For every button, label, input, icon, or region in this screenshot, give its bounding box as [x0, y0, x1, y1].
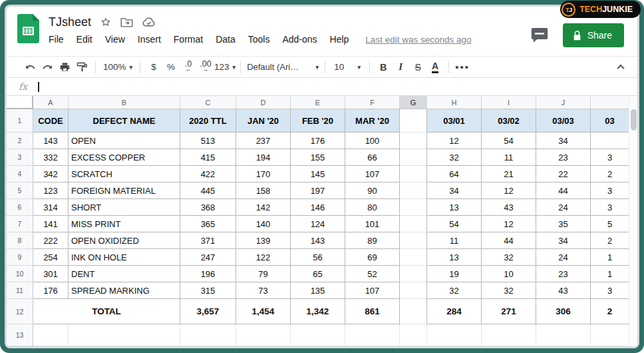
cell-E3[interactable]: 155: [291, 149, 345, 166]
cell-I13[interactable]: [482, 324, 536, 346]
cell-C1[interactable]: 2020 TTL: [180, 109, 236, 133]
currency-format-button[interactable]: $: [145, 59, 162, 76]
cell-G3[interactable]: [400, 149, 427, 166]
cell-A3[interactable]: 332: [33, 149, 69, 166]
cell-C6[interactable]: 368: [180, 199, 236, 216]
cell-B10[interactable]: DENT: [69, 266, 180, 282]
cell-B5[interactable]: FOREIGN MATERIAL: [69, 182, 180, 199]
cell-D5[interactable]: 158: [236, 182, 291, 199]
cell-A7[interactable]: 141: [33, 216, 69, 232]
cell-F2[interactable]: 100: [345, 133, 400, 149]
italic-button[interactable]: I: [392, 59, 409, 76]
row-header-10[interactable]: 10: [7, 266, 33, 282]
menu-view[interactable]: View: [105, 34, 125, 45]
cell-F3[interactable]: 66: [345, 149, 400, 166]
cell-F9[interactable]: 69: [345, 249, 400, 266]
cell-H12[interactable]: 284: [427, 299, 482, 324]
row-header-9[interactable]: 9: [7, 249, 33, 266]
row-header-11[interactable]: 11: [7, 282, 33, 299]
cell-E13[interactable]: [291, 324, 345, 346]
cell-D11[interactable]: 73: [236, 282, 291, 299]
cell-E12[interactable]: 1,342: [291, 299, 345, 324]
cell-D3[interactable]: 194: [236, 149, 291, 166]
cell-K11[interactable]: 3: [591, 282, 629, 299]
cell-J11[interactable]: 43: [536, 282, 591, 299]
cell-D6[interactable]: 142: [236, 199, 291, 216]
cell-I2[interactable]: 54: [482, 133, 536, 149]
menu-help[interactable]: Help: [330, 34, 349, 45]
paint-format-button[interactable]: [73, 59, 90, 76]
star-icon[interactable]: [100, 17, 111, 27]
cell-J1[interactable]: 03/03: [536, 109, 591, 133]
menu-data[interactable]: Data: [216, 34, 236, 45]
cell-E11[interactable]: 135: [291, 282, 345, 299]
cell-I3[interactable]: 11: [482, 149, 536, 166]
collapse-toolbar-button[interactable]: [613, 60, 628, 75]
cell-D12[interactable]: 1,454: [236, 299, 291, 324]
cell-G12[interactable]: [400, 299, 427, 324]
column-header-C[interactable]: C: [180, 96, 236, 109]
more-options-button[interactable]: •••: [454, 59, 471, 76]
row-header-12[interactable]: 12: [7, 299, 33, 324]
column-header-H[interactable]: H: [427, 96, 482, 109]
menu-edit[interactable]: Edit: [77, 34, 92, 45]
cell-C12[interactable]: 3,657: [180, 299, 236, 324]
cell-A4[interactable]: 342: [33, 166, 69, 182]
cell-G13[interactable]: [400, 324, 427, 346]
cell-J7[interactable]: 35: [536, 216, 591, 232]
cell-D13[interactable]: [236, 324, 291, 346]
share-button[interactable]: Share: [563, 23, 624, 47]
row-header-4[interactable]: 4: [7, 166, 33, 182]
cell-F11[interactable]: 107: [345, 282, 400, 299]
font-size-dropdown[interactable]: 10▾: [330, 59, 365, 76]
cell-H1[interactable]: 03/01: [427, 109, 482, 133]
cell-F7[interactable]: 101: [345, 216, 400, 232]
cell-C8[interactable]: 371: [180, 232, 236, 249]
row-header-13[interactable]: 13: [7, 324, 33, 346]
cell-F8[interactable]: 89: [345, 232, 400, 249]
cell-B9[interactable]: INK ON HOLE: [69, 249, 180, 266]
cell-J6[interactable]: 24: [536, 199, 591, 216]
cloud-saved-icon[interactable]: [142, 17, 156, 27]
cell-C13[interactable]: [180, 324, 236, 346]
cell-E4[interactable]: 145: [291, 166, 345, 182]
cell-C7[interactable]: 365: [180, 216, 236, 232]
cell-F1[interactable]: MAR '20: [345, 109, 400, 133]
column-header-J[interactable]: J: [536, 96, 591, 109]
decrease-decimal-button[interactable]: .0←: [180, 59, 197, 76]
cell-K2[interactable]: [591, 133, 629, 149]
cell-D2[interactable]: 237: [236, 133, 291, 149]
cell-A9[interactable]: 254: [33, 249, 69, 266]
cell-J2[interactable]: 34: [536, 133, 591, 149]
cell-E1[interactable]: FEB '20: [291, 109, 345, 133]
strikethrough-button[interactable]: S: [409, 59, 426, 76]
cell-I11[interactable]: 32: [482, 282, 536, 299]
cell-G11[interactable]: [400, 282, 427, 299]
cell-K4[interactable]: 2: [591, 166, 629, 182]
cell-H13[interactable]: [427, 324, 482, 346]
cell-H7[interactable]: 54: [427, 216, 482, 232]
text-color-button[interactable]: A: [432, 61, 438, 73]
row-header-1[interactable]: 1: [7, 109, 33, 133]
cell-H5[interactable]: 34: [427, 182, 482, 199]
cell-D1[interactable]: JAN '20: [236, 109, 291, 133]
cell-K9[interactable]: 1: [591, 249, 629, 266]
cell-E2[interactable]: 176: [291, 133, 345, 149]
cell-F10[interactable]: 52: [345, 266, 400, 282]
cell-A2[interactable]: 143: [33, 133, 69, 149]
menu-addons[interactable]: Add-ons: [282, 34, 317, 45]
cell-G9[interactable]: [400, 249, 427, 266]
cell-J13[interactable]: [536, 324, 591, 346]
row-header-3[interactable]: 3: [7, 149, 33, 166]
cell-G8[interactable]: [400, 232, 427, 249]
cell-C9[interactable]: 247: [180, 249, 236, 266]
cell-A12-merged[interactable]: TOTAL: [33, 299, 180, 324]
cell-I12[interactable]: 271: [482, 299, 536, 324]
cell-F12[interactable]: 861: [345, 299, 400, 324]
comment-history-icon[interactable]: [531, 27, 548, 43]
cell-G1[interactable]: [400, 109, 427, 133]
cell-A5[interactable]: 123: [33, 182, 69, 199]
cell-H11[interactable]: 32: [427, 282, 482, 299]
cell-G2[interactable]: [400, 133, 427, 149]
cell-K8[interactable]: 2: [591, 232, 629, 249]
